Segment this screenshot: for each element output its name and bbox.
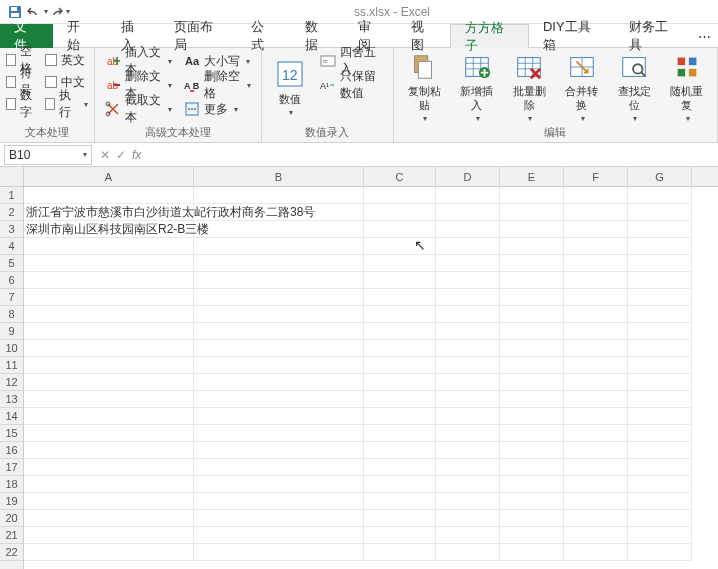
cell[interactable]: 深圳市南山区科技园南区R2-B三楼	[24, 221, 194, 238]
cell[interactable]	[564, 544, 628, 561]
cell[interactable]	[364, 476, 436, 493]
cell[interactable]	[364, 425, 436, 442]
cell[interactable]	[436, 272, 500, 289]
cell[interactable]	[628, 425, 692, 442]
cell[interactable]	[500, 493, 564, 510]
row-header[interactable]: 19	[0, 493, 23, 510]
cell[interactable]	[564, 510, 628, 527]
cell[interactable]	[628, 408, 692, 425]
row-header[interactable]: 9	[0, 323, 23, 340]
cell[interactable]	[24, 476, 194, 493]
cell[interactable]	[564, 391, 628, 408]
cell[interactable]	[500, 323, 564, 340]
cell[interactable]	[628, 272, 692, 289]
row-header[interactable]: 11	[0, 357, 23, 374]
cell[interactable]	[364, 204, 436, 221]
tab-more[interactable]: ⋯	[692, 24, 718, 48]
cell[interactable]	[436, 204, 500, 221]
cell[interactable]	[24, 357, 194, 374]
cell[interactable]	[564, 493, 628, 510]
col-header-D[interactable]: D	[436, 167, 500, 186]
tab-data[interactable]: 数据	[291, 24, 344, 48]
row-header[interactable]: 6	[0, 272, 23, 289]
cell[interactable]	[564, 357, 628, 374]
cell[interactable]	[628, 391, 692, 408]
cell[interactable]	[194, 476, 364, 493]
cell[interactable]	[628, 306, 692, 323]
cell[interactable]	[628, 340, 692, 357]
col-header-G[interactable]: G	[628, 167, 692, 186]
cell[interactable]	[24, 527, 194, 544]
cell[interactable]	[564, 306, 628, 323]
cell[interactable]	[628, 493, 692, 510]
cell[interactable]	[24, 459, 194, 476]
cell[interactable]	[24, 510, 194, 527]
btn-del-space[interactable]: A B删除空格▾	[180, 74, 255, 96]
cell[interactable]	[194, 391, 364, 408]
cell[interactable]	[24, 544, 194, 561]
cell[interactable]	[628, 289, 692, 306]
cell[interactable]	[500, 187, 564, 204]
cell[interactable]	[500, 408, 564, 425]
cell[interactable]	[436, 221, 500, 238]
chk-english[interactable]: 英文	[45, 50, 88, 70]
cell[interactable]	[628, 510, 692, 527]
cell[interactable]	[364, 374, 436, 391]
cell[interactable]	[436, 425, 500, 442]
cell[interactable]	[628, 442, 692, 459]
cell[interactable]	[24, 493, 194, 510]
cell[interactable]	[194, 442, 364, 459]
btn-numbers[interactable]: 12 数值▾	[268, 50, 312, 128]
cell[interactable]	[628, 238, 692, 255]
cell[interactable]	[564, 374, 628, 391]
cell[interactable]	[564, 340, 628, 357]
cell[interactable]	[364, 306, 436, 323]
cell[interactable]	[364, 459, 436, 476]
tab-formula[interactable]: 公式	[237, 24, 290, 48]
cell[interactable]	[564, 204, 628, 221]
cell[interactable]	[564, 255, 628, 272]
btn-keepnum[interactable]: A¹只保留数值	[316, 74, 387, 96]
cell[interactable]	[564, 459, 628, 476]
cell[interactable]	[364, 442, 436, 459]
cell[interactable]	[500, 204, 564, 221]
cancel-icon[interactable]: ✕	[100, 148, 110, 162]
cell[interactable]	[564, 442, 628, 459]
cell[interactable]	[364, 493, 436, 510]
cell[interactable]	[194, 357, 364, 374]
cell[interactable]	[500, 459, 564, 476]
cell[interactable]	[24, 272, 194, 289]
cell[interactable]	[436, 408, 500, 425]
cell[interactable]	[194, 289, 364, 306]
cell[interactable]	[500, 510, 564, 527]
cell[interactable]	[500, 255, 564, 272]
cell[interactable]	[564, 425, 628, 442]
row-header[interactable]: 15	[0, 425, 23, 442]
cell[interactable]	[436, 527, 500, 544]
cell[interactable]	[194, 408, 364, 425]
cell[interactable]	[24, 374, 194, 391]
row-header[interactable]: 21	[0, 527, 23, 544]
cell[interactable]	[500, 442, 564, 459]
cell[interactable]	[194, 340, 364, 357]
cell[interactable]	[364, 272, 436, 289]
cell[interactable]	[194, 527, 364, 544]
cell[interactable]	[364, 510, 436, 527]
cell[interactable]	[628, 357, 692, 374]
cell[interactable]	[564, 272, 628, 289]
btn-copypaste[interactable]: 复制粘贴▾	[400, 50, 449, 128]
cell[interactable]	[24, 289, 194, 306]
cell[interactable]	[628, 323, 692, 340]
cell[interactable]	[364, 289, 436, 306]
cell[interactable]	[194, 493, 364, 510]
cell[interactable]	[628, 255, 692, 272]
cell[interactable]	[628, 459, 692, 476]
cell[interactable]	[628, 527, 692, 544]
cell[interactable]	[364, 527, 436, 544]
col-header-A[interactable]: A	[24, 167, 194, 186]
cell[interactable]	[628, 374, 692, 391]
cell[interactable]	[436, 544, 500, 561]
btn-more[interactable]: 更多▾	[180, 98, 255, 120]
cell[interactable]	[628, 221, 692, 238]
cell[interactable]	[628, 187, 692, 204]
